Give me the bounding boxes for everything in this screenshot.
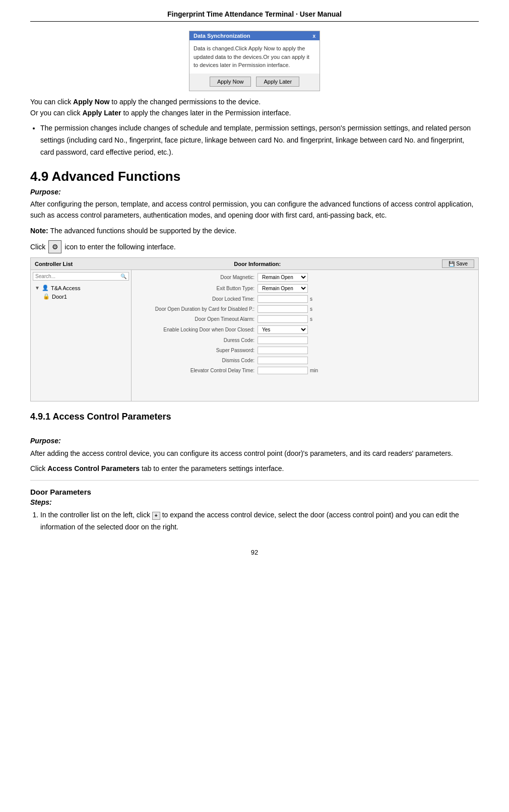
section49-heading: 4.9 Advanced Functions [30, 169, 479, 184]
para1-line2-text1: Or you can click [30, 109, 82, 117]
divider [30, 480, 479, 481]
tree-door-item[interactable]: 🔒 Door1 [33, 292, 129, 301]
click-before: Click [30, 243, 45, 251]
search-row[interactable]: 🔍 [33, 272, 129, 281]
search-icon: 🔍 [120, 274, 126, 279]
form-row: Enable Locking Door when Door Closed:Yes [137, 325, 473, 334]
section491-title: Access Control Parameters [52, 412, 171, 422]
form-input[interactable] [258, 315, 308, 323]
form-row: Door Open Timeout Alarm:s [137, 315, 473, 323]
purpose491-block: Purpose: After adding the access control… [30, 435, 479, 459]
tree-expand-icon: ▼ [35, 285, 40, 291]
click491-bold: Access Control Parameters [47, 464, 140, 472]
form-label: Dismiss Code: [137, 358, 258, 363]
form-select[interactable]: Remain Open [258, 284, 308, 293]
note49-label: Note: [30, 227, 48, 235]
step1-text1: In the controller list on the left, clic… [40, 511, 150, 519]
form-control-wrap: min [258, 367, 318, 374]
dialog-body: Data is changed.Click Apply Now to apply… [189, 40, 320, 74]
form-control-wrap [258, 357, 308, 364]
form-control-wrap: s [258, 295, 312, 303]
form-label: Door Magnetic: [137, 275, 258, 280]
form-control-wrap [258, 347, 308, 354]
click491-block: Click Access Control Parameters tab to e… [30, 463, 479, 474]
section491-heading: 4.9.1 Access Control Parameters [30, 412, 479, 422]
para1-text2: to apply the changed permissions to the … [109, 98, 261, 106]
apply-now-button[interactable]: Apply Now [210, 77, 251, 87]
note49-block: Note: The advanced functions should be s… [30, 225, 479, 236]
page-number: 92 [30, 549, 479, 556]
form-row: Super Password: [137, 347, 473, 354]
numbered-list: In the controller list on the left, clic… [40, 509, 479, 533]
apply-later-button[interactable]: Apply Later [256, 77, 299, 87]
controller-left-panel: 🔍 ▼ 👤 T&A Access 🔒 Door1 [31, 270, 132, 401]
form-input[interactable] [258, 357, 308, 364]
form-control-wrap [258, 336, 308, 344]
section49-number: 4.9 [30, 169, 48, 184]
dialog-title-bar: Data Synchronization x [189, 31, 320, 40]
controller-ui: Controller List Door Information: 💾 Save… [30, 257, 479, 401]
form-input[interactable] [258, 305, 308, 313]
controller-ui-header: Controller List Door Information: 💾 Save [31, 258, 478, 270]
form-control-wrap: Yes [258, 325, 308, 334]
purpose49-text: After configuring the person, template, … [30, 200, 473, 219]
form-row: Door Locked Time:s [137, 295, 473, 303]
dialog-box: Data Synchronization x Data is changed.C… [189, 31, 320, 91]
form-label: Exit Button Type: [137, 286, 258, 291]
unit-label: s [310, 296, 312, 302]
page-header: Fingerprint Time Attendance Terminal · U… [30, 10, 479, 22]
form-control-wrap: Remain Open [258, 284, 308, 293]
purpose49-label: Purpose: [30, 186, 479, 197]
form-select[interactable]: Yes [258, 325, 308, 334]
form-label: Door Open Timeout Alarm: [137, 316, 258, 322]
tree-access-icon: 👤 [42, 285, 49, 291]
form-select[interactable]: Remain Open [258, 273, 308, 282]
save-label: Save [456, 261, 468, 266]
purpose491-label: Purpose: [30, 435, 479, 446]
form-input[interactable] [258, 347, 308, 354]
save-icon: 💾 [449, 261, 455, 266]
bullet-list: The permission changes include changes o… [40, 122, 479, 158]
door-info-title: Door Information: [234, 261, 281, 267]
note49-text: The advanced functions should be support… [48, 227, 236, 235]
form-control-wrap: Remain Open [258, 273, 308, 282]
steps-label: Steps: [30, 498, 479, 506]
controller-ui-body: 🔍 ▼ 👤 T&A Access 🔒 Door1 Door Magnetic:R… [31, 270, 478, 401]
click-after: icon to enter the following interface. [65, 243, 175, 251]
step1-item: In the controller list on the left, clic… [40, 509, 479, 533]
purpose491-text: After adding the access control device, … [30, 449, 453, 457]
form-label: Super Password: [137, 348, 258, 353]
form-row: Duress Code: [137, 336, 473, 344]
form-label: Door Open Duration by Card for Disabled … [137, 306, 258, 312]
purpose49-block: Purpose: After configuring the person, t… [30, 186, 479, 221]
section49-title: Advanced Functions [51, 169, 180, 184]
para1-bold1: Apply Now [73, 98, 109, 106]
unit-label: s [310, 306, 312, 312]
save-button[interactable]: 💾 Save [442, 259, 474, 268]
click491-text: tab to enter the parameters settings int… [140, 464, 284, 472]
form-fields: Door Magnetic:Remain OpenExit Button Typ… [137, 273, 473, 374]
click-line: Click ⚙ icon to enter the following inte… [30, 240, 479, 253]
form-label: Door Locked Time: [137, 296, 258, 302]
unit-label: min [310, 368, 318, 373]
header-title: Fingerprint Time Attendance Terminal [167, 10, 294, 18]
form-input[interactable] [258, 367, 308, 374]
para1-text1: You can click [30, 98, 73, 106]
form-label: Duress Code: [137, 337, 258, 343]
form-control-wrap: s [258, 315, 312, 323]
tree-door-icon: 🔒 [43, 293, 50, 300]
search-input[interactable] [35, 274, 120, 279]
para1: You can click Apply Now to apply the cha… [30, 96, 479, 119]
tree-root-item[interactable]: ▼ 👤 T&A Access [33, 284, 129, 292]
form-input[interactable] [258, 336, 308, 344]
para1-bold2: Apply Later [82, 109, 121, 117]
header-subtitle: User Manual [300, 10, 342, 18]
door-params-heading: Door Parameters [30, 488, 479, 496]
section491-number: 4.9.1 [30, 412, 50, 422]
header-separator: · [296, 10, 300, 18]
form-label: Enable Locking Door when Door Closed: [137, 327, 258, 332]
form-input[interactable] [258, 295, 308, 303]
tree-root-label: T&A Access [51, 285, 81, 291]
dialog-close-icon[interactable]: x [312, 33, 315, 39]
bullet-item-1: The permission changes include changes o… [40, 122, 479, 158]
